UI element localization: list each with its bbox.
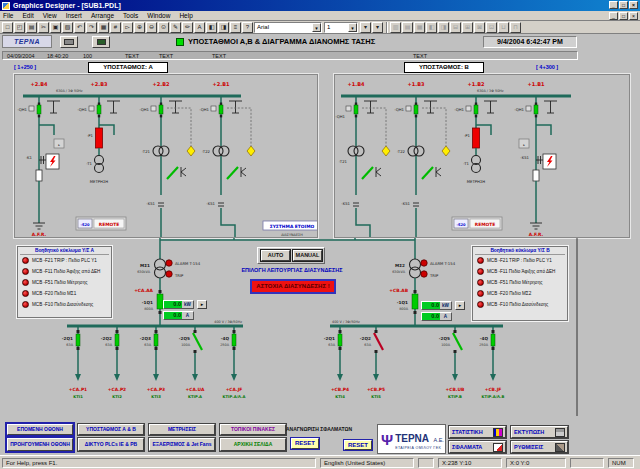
feeder-b4[interactable]: -QH1 ▸ -K51: [514, 96, 557, 237]
fill-color-icon[interactable]: ▾: [360, 22, 371, 33]
reset-button-2[interactable]: RESET: [344, 440, 372, 450]
remote-control[interactable]: -S20 REMOTE: [76, 217, 126, 230]
new-icon[interactable]: □: [2, 22, 13, 33]
feeder-b3[interactable]: -QH1 -P1 -T1 ΜΕΤΡΗΣΗ: [454, 96, 497, 184]
svg-text:-2Q3: -2Q3: [140, 336, 151, 341]
feeder-a3[interactable]: -QH1 -T21 -K51: [139, 96, 195, 237]
main-breaker-a[interactable]: +CA.AA -1Q1 800A: [134, 288, 163, 314]
feeder-a2[interactable]: -QH1 -P1 -T1 ΜΕΤΡΗΣΗ: [77, 96, 120, 184]
paste-icon[interactable]: ▧: [62, 22, 73, 33]
zoom-select-icon[interactable]: ⊙: [158, 22, 169, 33]
svg-text:-QH1: -QH1: [394, 107, 404, 112]
next-screen-button[interactable]: ΕΠΟΜΕΝΗ ΟΘΟΝΗ: [7, 424, 73, 435]
maximize-icon[interactable]: □: [619, 1, 628, 9]
status-language[interactable]: English (United States): [320, 458, 414, 468]
alarm-row[interactable]: MCB -F11 Πεδίο Άφιξης από ΔΕΗ: [473, 266, 567, 277]
menu-tools[interactable]: Tools: [123, 12, 138, 19]
feeder-b1[interactable]: -QH1 -T21 -K51: [335, 96, 390, 237]
lv-feeder-a4[interactable]: -2Q5 100A +CA.UA ΚΤΙΡ.Α: [179, 326, 205, 399]
svg-text:-K51: -K51: [341, 201, 350, 206]
auto-button[interactable]: AUTO: [261, 250, 290, 261]
lv-feeder-b2[interactable]: -2Q2 63A +CB.P5 ΚΤΙ5: [360, 326, 385, 399]
print-page-button[interactable]: ΕΚΤΥΠΩΣΗ: [511, 426, 568, 438]
alarm-row[interactable]: MCB -F51 Πεδίο Μέτρησης: [473, 277, 567, 288]
grid-icon[interactable]: #: [110, 22, 121, 33]
feeder-a4[interactable]: -QH1 -T22 -K51: [199, 96, 255, 237]
mdi-close-icon[interactable]: ×: [629, 12, 638, 20]
substations-ab-button[interactable]: ΥΠΟΣΤΑΘΜΟΣ Α & Β: [78, 424, 144, 435]
cut-icon[interactable]: ✂: [38, 22, 49, 33]
size-combobox[interactable]: 1 ▾: [324, 22, 358, 33]
feeder-a1[interactable]: -QH1 ▸ -K1 A: [17, 96, 64, 237]
pointer-icon[interactable]: ▻: [122, 22, 133, 33]
alarm-row[interactable]: MCB -F20 Πεδίο ΜΣ1: [18, 288, 111, 299]
pen-icon[interactable]: ✎: [170, 22, 181, 33]
alarm-row[interactable]: MCB -F51 Πεδίο Μέτρησης: [18, 277, 111, 288]
mdi-restore-icon[interactable]: □: [619, 12, 628, 20]
redo-icon[interactable]: ↷: [86, 22, 97, 33]
alarm-row[interactable]: MCB -F10 Πεδίο Διασύνδεσης: [18, 299, 111, 310]
workstation-button[interactable]: [92, 36, 110, 48]
lv-feeder-a3[interactable]: -2Q3 63A +CA.P3 ΚΤΙ3: [140, 326, 165, 399]
ventilation-button[interactable]: ΕΞΑΕΡΙΣΜΟΣ & Jet Fans: [149, 438, 215, 451]
mdi-minimize-icon[interactable]: _: [609, 12, 618, 20]
lv-feeder-a1[interactable]: -2Q1 63A +CA.P1 ΚΤΙ1: [62, 326, 87, 399]
print-icon[interactable]: ▦: [98, 22, 109, 33]
switch-handle[interactable]: [227, 167, 238, 179]
chevron-down-icon[interactable]: ▾: [312, 23, 321, 32]
zoom-out-icon[interactable]: ⊖: [146, 22, 157, 33]
local-panels-button[interactable]: ΤΟΠΙΚΟΙ ΠΙΝΑΚΕΣ: [220, 424, 286, 435]
remote-control[interactable]: -S20 REMOTE: [452, 217, 502, 230]
alarm-row[interactable]: MCB -F11 Πεδίο Άφιξης από ΔΕΗ: [18, 266, 111, 277]
switch-handle[interactable]: [422, 167, 433, 179]
print-screen-button[interactable]: [60, 36, 78, 48]
faults-button[interactable]: ΣΦΑΛΜΑΤΑ: [449, 441, 506, 453]
lv-feeder-b4[interactable]: -4Q 250A +CB.JF ΚΤΙΡ.Α/Λ.Β: [479, 326, 504, 399]
minimize-icon[interactable]: _: [609, 1, 618, 9]
settings-button[interactable]: ΡΥΘΜΙΣΕΙΣ: [511, 441, 568, 453]
switch-handle[interactable]: [362, 167, 373, 179]
switch-handle[interactable]: [167, 167, 178, 179]
undo-icon[interactable]: ↶: [74, 22, 85, 33]
statistics-button[interactable]: ΣΤΑΤΙΣΤΙΚΗ: [449, 426, 506, 438]
lv-feeder-b3[interactable]: -2Q5 100A +CB.UB ΚΤΙΡ.Β: [439, 326, 465, 399]
text-icon[interactable]: A: [194, 22, 205, 33]
plc-network-button[interactable]: ΔΙΚΤΥΟ PLCs IE & PB: [78, 438, 144, 451]
previous-screen-button[interactable]: ΠΡΟΗΓΟΥΜΕΝΗ ΟΘΟΝΗ: [7, 438, 73, 451]
manual-button[interactable]: MANUAL: [293, 250, 322, 261]
open-icon[interactable]: ◰: [14, 22, 25, 33]
menu-file[interactable]: File: [3, 12, 13, 19]
bring-front-icon[interactable]: ◧: [206, 22, 217, 33]
lv-feeder-b1[interactable]: -2Q1 63A +CB.P4 ΚΤΙ4: [324, 326, 349, 399]
menu-view[interactable]: View: [43, 12, 57, 19]
more-button[interactable]: ▸: [197, 300, 207, 309]
menu-insert[interactable]: Insert: [66, 12, 82, 19]
more-button[interactable]: ▸: [455, 301, 465, 310]
alarm-row[interactable]: MCB -F21 TRIP : Πεδίο PLC Y1: [18, 255, 111, 266]
home-page-button[interactable]: ΑΡΧΙΚΗ ΣΕΛΙΔΑ: [220, 438, 286, 451]
measurements-button[interactable]: ΜΕΤΡΗΣΕΙΣ: [149, 424, 215, 435]
properties-icon[interactable]: ≡: [230, 22, 241, 33]
alarm-row[interactable]: MCB -F10 Πεδίο Διασύνδεσης: [473, 299, 567, 310]
feeder-b2[interactable]: -QH1 -T22 -K51: [394, 96, 450, 237]
alarm-row[interactable]: MCB -F21 TRIP : Πεδίο PLC Y1: [473, 255, 567, 266]
lv-feeder-a2[interactable]: -2Q2 63A +CA.P2 ΚΤΙ2: [101, 326, 126, 399]
reset-button-1[interactable]: RESET: [291, 438, 319, 449]
brush-icon[interactable]: ✏: [182, 22, 193, 33]
zoom-in-icon[interactable]: ⊕: [134, 22, 145, 33]
menu-help[interactable]: Help: [179, 12, 192, 19]
save-icon[interactable]: ▤: [26, 22, 37, 33]
menu-edit[interactable]: Edit: [22, 12, 33, 19]
main-breaker-b[interactable]: +CB.AB -1Q1 800A: [389, 288, 418, 314]
menu-window[interactable]: Window: [147, 12, 170, 19]
close-icon[interactable]: ×: [629, 1, 638, 9]
line-color-icon[interactable]: ▾: [372, 22, 383, 33]
font-combobox[interactable]: Arial ▾: [254, 22, 322, 33]
send-back-icon[interactable]: ◨: [218, 22, 229, 33]
chevron-down-icon[interactable]: ▾: [348, 23, 357, 32]
menu-arrange[interactable]: Arrange: [91, 12, 114, 19]
help-icon[interactable]: ?: [242, 22, 253, 33]
alarm-row[interactable]: MCB -F20 Πεδίο ΜΣ2: [473, 288, 567, 299]
lv-feeder-a5[interactable]: -4Q 250A +CA.JF ΚΤΙΡ.Α/Λ.Α: [220, 326, 245, 399]
copy-icon[interactable]: ▣: [50, 22, 61, 33]
